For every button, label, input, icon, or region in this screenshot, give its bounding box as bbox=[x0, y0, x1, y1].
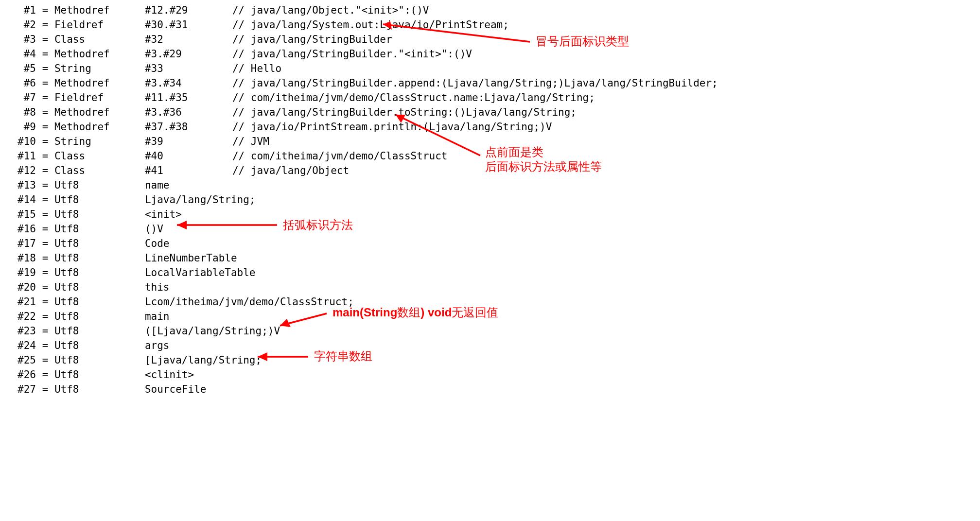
constant-pool-row: #6 = Methodref#3.#34// java/lang/StringB… bbox=[10, 76, 970, 90]
equals-sign: = bbox=[36, 207, 54, 222]
row-type: Methodref bbox=[54, 3, 145, 17]
row-type: Utf8 bbox=[54, 324, 145, 338]
row-index: #3 bbox=[10, 32, 36, 47]
constant-pool-row: #13 = Utf8name bbox=[10, 178, 970, 192]
equals-sign: = bbox=[36, 3, 54, 17]
constant-pool-row: #16 = Utf8()V bbox=[10, 222, 970, 236]
equals-sign: = bbox=[36, 105, 54, 120]
equals-sign: = bbox=[36, 17, 54, 32]
row-value: this bbox=[145, 280, 170, 295]
equals-sign: = bbox=[36, 178, 54, 192]
equals-sign: = bbox=[36, 309, 54, 324]
equals-sign: = bbox=[36, 163, 54, 178]
row-comment: // java/lang/StringBuilder bbox=[232, 32, 392, 47]
row-value: ([Ljava/lang/String;)V bbox=[145, 324, 280, 338]
constant-pool-row: #24 = Utf8args bbox=[10, 338, 970, 353]
row-type: Utf8 bbox=[54, 222, 145, 236]
row-type: Utf8 bbox=[54, 353, 145, 367]
row-value: #3.#36 bbox=[145, 105, 232, 120]
row-value: #32 bbox=[145, 32, 232, 47]
constant-pool-row: #25 = Utf8[Ljava/lang/String; bbox=[10, 353, 970, 367]
row-type: Utf8 bbox=[54, 236, 145, 251]
annotation-main: main(String数组) void无返回值 bbox=[332, 305, 498, 320]
equals-sign: = bbox=[36, 236, 54, 251]
annotation-dot-line1: 点前面是类 bbox=[485, 145, 543, 159]
equals-sign: = bbox=[36, 382, 54, 397]
row-value: #30.#31 bbox=[145, 17, 232, 32]
row-type: Utf8 bbox=[54, 192, 145, 207]
equals-sign: = bbox=[36, 324, 54, 338]
row-type: Utf8 bbox=[54, 382, 145, 397]
row-index: #17 bbox=[10, 236, 36, 251]
constant-pool-row: #19 = Utf8LocalVariableTable bbox=[10, 265, 970, 280]
equals-sign: = bbox=[36, 134, 54, 149]
equals-sign: = bbox=[36, 222, 54, 236]
constant-pool-row: #26 = Utf8<clinit> bbox=[10, 367, 970, 382]
annotation-array: 字符串数组 bbox=[314, 349, 372, 364]
row-type: Fieldref bbox=[54, 17, 145, 32]
row-type: Methodref bbox=[54, 47, 145, 61]
row-type: Utf8 bbox=[54, 251, 145, 265]
row-type: Fieldref bbox=[54, 90, 145, 105]
row-type: Utf8 bbox=[54, 265, 145, 280]
row-comment: // com/itheima/jvm/demo/ClassStruct.name… bbox=[232, 90, 595, 105]
row-type: String bbox=[54, 61, 145, 76]
equals-sign: = bbox=[36, 90, 54, 105]
row-value: SourceFile bbox=[145, 382, 206, 397]
row-value: Ljava/lang/String; bbox=[145, 192, 256, 207]
equals-sign: = bbox=[36, 120, 54, 134]
constant-pool-row: #27 = Utf8SourceFile bbox=[10, 382, 970, 397]
constant-pool-row: #23 = Utf8([Ljava/lang/String;)V bbox=[10, 324, 970, 338]
constant-pool-row: #20 = Utf8this bbox=[10, 280, 970, 295]
row-type: Methodref bbox=[54, 105, 145, 120]
row-comment: // java/lang/StringBuilder.append:(Ljava… bbox=[232, 76, 718, 90]
row-value: <init> bbox=[145, 207, 182, 222]
row-type: Class bbox=[54, 149, 145, 163]
row-type: String bbox=[54, 134, 145, 149]
equals-sign: = bbox=[36, 338, 54, 353]
annotation-paren: 括弧标识方法 bbox=[283, 218, 353, 232]
row-value: #12.#29 bbox=[145, 3, 232, 17]
equals-sign: = bbox=[36, 280, 54, 295]
row-value: main bbox=[145, 309, 170, 324]
row-index: #8 bbox=[10, 105, 36, 120]
row-value: args bbox=[145, 338, 170, 353]
row-value: name bbox=[145, 178, 170, 192]
row-index: #25 bbox=[10, 353, 36, 367]
row-type: Utf8 bbox=[54, 207, 145, 222]
constant-pool-row: #9 = Methodref#37.#38// java/io/PrintStr… bbox=[10, 120, 970, 134]
equals-sign: = bbox=[36, 192, 54, 207]
constant-pool-row: #14 = Utf8Ljava/lang/String; bbox=[10, 192, 970, 207]
row-value: #3.#29 bbox=[145, 47, 232, 61]
row-index: #26 bbox=[10, 367, 36, 382]
row-type: Class bbox=[54, 163, 145, 178]
row-index: #11 bbox=[10, 149, 36, 163]
row-index: #6 bbox=[10, 76, 36, 90]
row-type: Methodref bbox=[54, 120, 145, 134]
equals-sign: = bbox=[36, 265, 54, 280]
equals-sign: = bbox=[36, 295, 54, 309]
row-comment: // java/io/PrintStream.println:(Ljava/la… bbox=[232, 120, 552, 134]
row-comment: // java/lang/System.out:Ljava/io/PrintSt… bbox=[232, 17, 509, 32]
row-index: #13 bbox=[10, 178, 36, 192]
row-comment: // java/lang/Object bbox=[232, 163, 349, 178]
constant-pool-row: #3 = Class#32// java/lang/StringBuilder bbox=[10, 32, 970, 47]
row-type: Class bbox=[54, 32, 145, 47]
constant-pool-row: #4 = Methodref#3.#29// java/lang/StringB… bbox=[10, 47, 970, 61]
row-index: #1 bbox=[10, 3, 36, 17]
row-type: Utf8 bbox=[54, 178, 145, 192]
row-index: #15 bbox=[10, 207, 36, 222]
row-type: Utf8 bbox=[54, 295, 145, 309]
row-index: #16 bbox=[10, 222, 36, 236]
row-comment: // JVM bbox=[232, 134, 269, 149]
row-value: LineNumberTable bbox=[145, 251, 237, 265]
row-type: Methodref bbox=[54, 76, 145, 90]
constant-pool-row: #18 = Utf8LineNumberTable bbox=[10, 251, 970, 265]
equals-sign: = bbox=[36, 47, 54, 61]
row-index: #12 bbox=[10, 163, 36, 178]
row-comment: // com/itheima/jvm/demo/ClassStruct bbox=[232, 149, 448, 163]
row-comment: // Hello bbox=[232, 61, 281, 76]
row-comment: // java/lang/StringBuilder.toString:()Lj… bbox=[232, 105, 577, 120]
row-value: ()V bbox=[145, 222, 163, 236]
row-index: #20 bbox=[10, 280, 36, 295]
